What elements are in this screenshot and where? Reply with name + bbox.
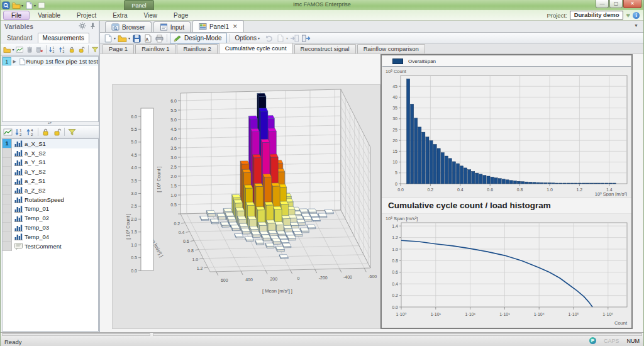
menu-variable[interactable]: Variable bbox=[30, 11, 69, 20]
menu-view[interactable]: View bbox=[136, 11, 166, 20]
menu-project[interactable]: Project bbox=[69, 11, 104, 20]
svg-text:0.0: 0.0 bbox=[131, 269, 137, 273]
new-document-icon[interactable] bbox=[25, 1, 33, 9]
page-tab-page-1[interactable]: Page 1 bbox=[103, 44, 134, 53]
svg-text:1.2: 1.2 bbox=[197, 266, 203, 271]
svg-text:3.5: 3.5 bbox=[170, 146, 177, 150]
filter-icon[interactable] bbox=[67, 128, 77, 137]
page-tab-cumulative-cycle-count[interactable]: Cumulative cycle count bbox=[219, 43, 293, 53]
right-widget-group[interactable]: OverallSpan 0510152025303540450.00.20.40… bbox=[380, 54, 633, 329]
sidebar-tab-measurements[interactable]: Measurements bbox=[38, 33, 89, 43]
3d-histogram-widget[interactable]: 0.51.01.52.02.53.03.54.04.55.05.56.00.20… bbox=[112, 84, 380, 329]
chevron-down-icon[interactable]: ▾ bbox=[286, 36, 288, 40]
chevron-down-icon[interactable]: ▾ bbox=[12, 47, 14, 52]
favorites-heart-icon[interactable]: ♥ bbox=[626, 11, 630, 19]
channel-row[interactable]: a_Z_S2 bbox=[3, 186, 98, 195]
channel-index-gutter bbox=[3, 223, 12, 232]
import-icon[interactable] bbox=[290, 34, 299, 43]
window-title: imc FAMOS Enterprise bbox=[1, 1, 643, 8]
lock-icon[interactable] bbox=[68, 45, 75, 54]
page-tab-rainflow-1[interactable]: Rainflow 1 bbox=[135, 44, 175, 53]
undo-icon[interactable] bbox=[264, 34, 274, 43]
sort-descending-icon[interactable]: 42 bbox=[58, 45, 66, 54]
pencil-icon bbox=[173, 35, 182, 42]
channel-row[interactable]: RotationSpeed bbox=[3, 195, 98, 204]
close-button[interactable]: ✕ bbox=[623, 0, 641, 8]
info-icon[interactable]: i bbox=[633, 12, 640, 19]
page-icon[interactable] bbox=[275, 34, 285, 43]
close-tab-icon[interactable]: ✕ bbox=[233, 23, 238, 30]
minimize-button[interactable]: — bbox=[596, 0, 609, 8]
filter-icon[interactable] bbox=[91, 45, 99, 54]
channel-row[interactable]: a_Z_S1 bbox=[3, 176, 98, 186]
svg-text:3.5: 3.5 bbox=[131, 179, 137, 183]
app-icon[interactable] bbox=[2, 1, 11, 9]
svg-text:4: 4 bbox=[62, 47, 64, 50]
channel-row[interactable]: Temp_01 bbox=[3, 204, 98, 214]
channel-row[interactable]: Temp_03 bbox=[3, 223, 98, 232]
contextual-tab-panel[interactable]: Panel bbox=[124, 0, 154, 10]
doc-tab-input[interactable]: Input bbox=[153, 21, 191, 32]
sort-descending-icon[interactable]: 42 bbox=[26, 128, 35, 137]
channel-row[interactable]: a_Y_S2 bbox=[3, 167, 98, 176]
svg-text:1·10⁶: 1·10⁶ bbox=[602, 312, 613, 316]
svg-text:40: 40 bbox=[392, 95, 397, 99]
sidebar-splitter[interactable]: ▴▾ bbox=[1, 121, 99, 125]
pin-icon[interactable] bbox=[89, 22, 96, 30]
empty-panel-icon[interactable] bbox=[37, 1, 46, 9]
options-button[interactable]: Options ▾ bbox=[233, 35, 262, 42]
doc-tab-panel1[interactable]: Panel1✕ bbox=[192, 20, 244, 32]
channel-label: a_Y_S2 bbox=[25, 168, 46, 175]
expander-icon[interactable]: ▶ bbox=[11, 59, 18, 64]
tab-overflow-icon[interactable]: ▼ bbox=[634, 23, 638, 28]
menu-extra[interactable]: Extra bbox=[104, 11, 135, 20]
gear-icon[interactable] bbox=[79, 22, 86, 30]
svg-text:1.0: 1.0 bbox=[392, 247, 398, 252]
page-tab-reconstruct-signal[interactable]: Reconstruct signal bbox=[294, 44, 356, 53]
channel-row[interactable]: Temp_04 bbox=[3, 232, 98, 242]
load-measurement-icon[interactable] bbox=[3, 45, 11, 54]
page-tab-rainflow-2[interactable]: Rainflow 2 bbox=[177, 44, 217, 53]
menu-file[interactable]: File bbox=[3, 11, 30, 20]
restore-button[interactable]: ▢ bbox=[609, 0, 623, 8]
project-value-box[interactable]: Durability demo bbox=[570, 11, 624, 20]
channel-row[interactable]: a_X_S2 bbox=[3, 148, 98, 158]
channel-label: Temp_03 bbox=[25, 224, 49, 231]
page-tab-rainflow-comparison[interactable]: Rainflow comparison bbox=[357, 44, 425, 53]
delete-all-icon[interactable] bbox=[35, 45, 43, 54]
delete-icon[interactable] bbox=[26, 45, 33, 54]
unlock-icon[interactable] bbox=[77, 45, 85, 54]
sidebar-tab-standard[interactable]: Standard bbox=[2, 33, 38, 43]
svg-text:0.5: 0.5 bbox=[131, 255, 137, 260]
titlebar: ▾ ▾ imc FAMOS Enterprise Panel — ▢ ✕ bbox=[1, 0, 643, 10]
open-panel-icon[interactable] bbox=[118, 34, 127, 43]
sort-ascending-icon[interactable]: 12 bbox=[14, 128, 24, 137]
design-mode-button[interactable]: Design-Mode bbox=[170, 33, 226, 44]
export-pdf-icon[interactable]: A bbox=[143, 34, 153, 43]
statusbar-pane bbox=[2, 333, 150, 336]
channel-index-gutter bbox=[3, 242, 12, 251]
measurement-row[interactable]: 1▶Runup 1st flex pipe 1st test bbox=[3, 57, 98, 66]
menu-page[interactable]: Page bbox=[165, 11, 196, 20]
print-icon[interactable] bbox=[155, 34, 164, 43]
chevron-down-icon[interactable]: ▾ bbox=[34, 3, 36, 8]
lock-icon[interactable] bbox=[41, 128, 50, 137]
open-recent-icon[interactable] bbox=[12, 1, 21, 9]
export-icon[interactable] bbox=[301, 34, 311, 43]
show-curves-icon[interactable] bbox=[3, 128, 13, 137]
show-curves-icon[interactable] bbox=[16, 45, 23, 54]
channel-row[interactable]: a_Y_S1 bbox=[3, 158, 98, 167]
channel-row[interactable]: Temp_02 bbox=[3, 213, 98, 223]
channel-row[interactable]: 1a_X_S1 bbox=[3, 139, 98, 148]
measurements-list[interactable]: 1▶Runup 1st flex pipe 1st test bbox=[2, 56, 99, 122]
chevron-down-icon[interactable]: ▾ bbox=[21, 3, 23, 8]
sort-ascending-icon[interactable]: 12 bbox=[48, 45, 56, 54]
chevron-down-icon[interactable]: ▾ bbox=[114, 36, 116, 40]
unlock-icon[interactable] bbox=[52, 128, 62, 137]
save-icon[interactable] bbox=[132, 34, 142, 43]
doc-tab-browser[interactable]: Browser bbox=[105, 21, 152, 32]
chevron-down-icon[interactable]: ▾ bbox=[128, 36, 130, 40]
channel-row[interactable]: TestComment bbox=[3, 242, 98, 251]
channel-list[interactable]: 1a_X_S1a_X_S2a_Y_S1a_Y_S2a_Z_S1a_Z_S2Rot… bbox=[2, 138, 99, 332]
new-panel-icon[interactable] bbox=[103, 34, 113, 43]
